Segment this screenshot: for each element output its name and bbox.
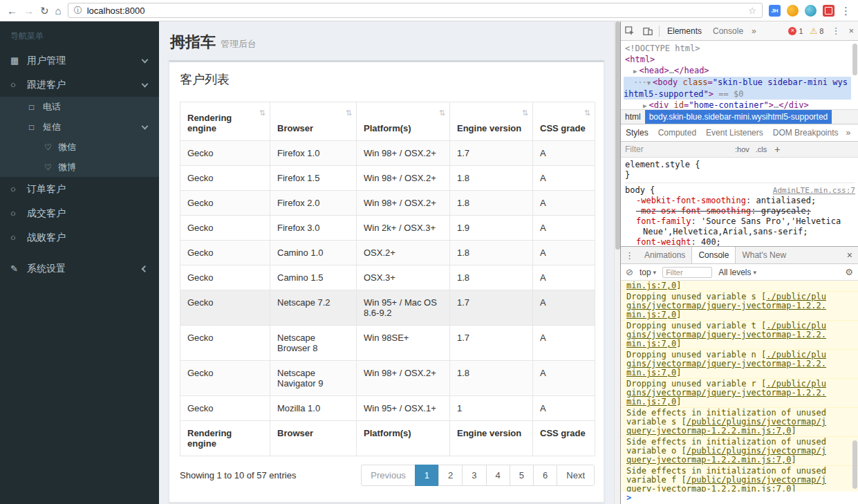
column-header[interactable]: Browser⇅ [270,102,357,141]
page-button-next[interactable]: Next [557,465,595,486]
elements-tree-node-0[interactable]: <!DOCTYPE html> [624,43,851,54]
column-header[interactable]: CSS grade⇅ [533,102,595,141]
console-prompt[interactable]: > [621,492,858,504]
extension-icon-4[interactable] [823,5,834,17]
tab-dom-breakpoints[interactable]: DOM Breakpoints [768,128,843,138]
table-row[interactable]: GeckoNetscape Browser 8Win 98SE+1.7A [180,326,595,361]
table-row[interactable]: GeckoCamino 1.5OSX.3+1.8A [180,265,595,290]
table-row[interactable]: GeckoFirefox 1.5Win 98+ / OSX.2+1.8A [180,166,595,191]
console-warning-message-6[interactable]: Side effects in initialization of unused… [621,437,858,466]
console-filter-input[interactable] [662,267,712,278]
page-button-1[interactable]: 1 [415,465,439,486]
console-scrollbar-thumb[interactable] [852,440,857,489]
clear-console-icon[interactable]: ⊘ [626,267,633,277]
more-tabs-icon[interactable]: » [843,128,853,138]
drawer-tab-what-s-new[interactable]: What's New [736,247,792,263]
warning-count-badge[interactable]: ⚠ 8 [807,26,828,36]
sidebar-item-0[interactable]: ▦用户管理 [0,48,159,73]
elements-tree-node-1[interactable]: <html> [624,54,851,65]
sidebar-item-6[interactable]: ○订单客户 [0,177,159,201]
breadcrumb-item-0[interactable]: html [621,110,645,124]
sidebar-item-1[interactable]: ○跟进客户 [0,73,159,97]
css-property[interactable]: font-weight: 400; [625,237,855,246]
css-property[interactable]: font-family: 'Source Sans Pro','Helvetic… [625,216,855,237]
tab-styles[interactable]: Styles [621,128,653,138]
extension-icon-3[interactable] [805,5,817,17]
home-icon[interactable]: ⌂ [55,6,62,16]
table-row[interactable]: GeckoMozilla 1.0Win 95+ / OSX.1+1A [180,396,595,421]
reload-icon[interactable]: ↻ [40,6,49,16]
new-style-rule-button[interactable]: + [774,144,780,155]
rule-selector[interactable]: body { [625,185,655,196]
page-scrollbar[interactable] [614,21,620,504]
table-row[interactable]: GeckoFirefox 2.0Win 98+ / OSX.2+1.8A [180,191,595,216]
column-header[interactable]: Platform(s)⇅ [357,102,450,141]
page-button-5[interactable]: 5 [510,465,534,486]
console-warning-message-0[interactable]: min.js:7,0] [621,281,858,292]
css-property[interactable]: -moz-osx-font-smoothing: grayscale; [625,206,855,216]
table-row[interactable]: GeckoCamino 1.0OSX.2+1.8A [180,241,595,265]
css-property[interactable]: -webkit-font-smoothing: antialiased; [625,196,855,206]
console-warning-message-2[interactable]: Dropping unused variable t [./public/plu… [621,321,858,350]
extension-icon-2[interactable] [787,5,799,17]
breadcrumb-item-1[interactable]: body.skin-blue.sidebar-mini.wysihtml5-su… [645,110,832,124]
table-row[interactable]: GeckoFirefox 3.0Win 2k+ / OSX.3+1.9A [180,216,595,241]
sidebar-item-8[interactable]: ○战败客户 [0,225,159,250]
table-row[interactable]: GeckoFirefox 1.0Win 98+ / OSX.2+1.7A [180,141,595,166]
console-warning-message-5[interactable]: Side effects in initialization of unused… [621,408,858,437]
column-header[interactable]: Engine version⇅ [450,102,533,141]
extension-icon-jh[interactable]: JH [769,5,781,17]
bookmark-star-icon[interactable]: ☆ [748,6,756,16]
console-context-selector[interactable]: top ▾ [640,268,656,277]
console-warning-message-1[interactable]: Dropping unused variable s [./public/plu… [621,292,858,321]
page-button-3[interactable]: 3 [462,465,486,486]
elements-tree-node-2[interactable]: ▶<head>…</head> [624,65,851,77]
table-row[interactable]: GeckoNetscape Navigator 9Win 98+ / OSX.2… [180,361,595,396]
console-warning-message-3[interactable]: Dropping unused variable n [./public/plu… [621,350,858,379]
url-text[interactable]: localhost:8000 [87,6,744,16]
inspect-element-icon[interactable] [621,26,639,36]
page-button-6[interactable]: 6 [533,465,557,486]
more-tabs-icon[interactable]: » [749,26,759,36]
page-button-2[interactable]: 2 [438,465,463,486]
element-class-toggle[interactable]: .cls [756,145,767,153]
page-button-4[interactable]: 4 [486,465,510,486]
elements-tree-node-3[interactable]: ···▼<body class="skin-blue sidebar-mini … [624,77,851,100]
devtools-menu-icon[interactable]: ⋮ [827,26,844,36]
column-header[interactable]: Rendering engine⇅ [180,102,270,141]
console-warning-message-4[interactable]: Dropping unused variable r [./public/plu… [621,379,858,408]
sidebar-item-9[interactable]: ✎系统设置 [0,256,159,281]
drawer-close-icon[interactable]: × [841,250,858,261]
rule-selector[interactable]: element.style { [625,160,700,170]
sidebar-item-3[interactable]: □短信 [0,117,159,137]
address-bar[interactable]: ⓘ localhost:8000 ☆ [68,3,763,18]
sc rollbar-thumb[interactable] [615,21,620,250]
console-settings-icon[interactable]: ⚙ [845,267,853,277]
tab-console[interactable]: Console [707,21,749,41]
devtools-close-icon[interactable]: × [844,26,858,36]
elements-tree-node-4[interactable]: ▶<div id="home-container">…</div> [624,100,851,109]
pseudo-state-toggle[interactable]: :hov [735,145,749,153]
tab-event-listeners[interactable]: Event Listeners [701,128,768,138]
table-row[interactable]: GeckoNetscape 7.2Win 95+ / Mac OS 8.6-9.… [180,290,595,326]
device-toolbar-icon[interactable] [639,26,657,36]
stylesheet-link[interactable]: AdminLTE.min.css:7 [769,185,855,196]
page-button-previous[interactable]: Previous [361,465,416,486]
sidebar-item-7[interactable]: ○成交客户 [0,201,159,225]
browser-menu-icon[interactable]: ⋮ [841,6,851,16]
tab-computed[interactable]: Computed [653,128,701,138]
back-icon[interactable]: ← [7,6,17,16]
drawer-menu-icon[interactable]: ⋮ [621,250,638,261]
tab-elements[interactable]: Elements [662,21,707,41]
sidebar-item-4[interactable]: ♡微信 [0,137,159,157]
site-info-icon[interactable]: ⓘ [74,5,82,17]
tree-expand-arrow-icon[interactable]: ▼ [647,80,651,86]
tree-expand-arrow-icon[interactable]: ▶ [633,68,637,75]
console-warning-message-7[interactable]: Side effects in initialization of unused… [621,466,858,492]
log-level-selector[interactable]: All levels ▾ [718,268,756,277]
drawer-tab-animations[interactable]: Animations [638,247,691,263]
forward-icon[interactable]: → [24,6,34,16]
sidebar-item-2[interactable]: □电话 [0,97,159,117]
drawer-tab-console[interactable]: Console [691,247,736,263]
message-source-link[interactable]: min.js:7,0 [626,281,676,290]
